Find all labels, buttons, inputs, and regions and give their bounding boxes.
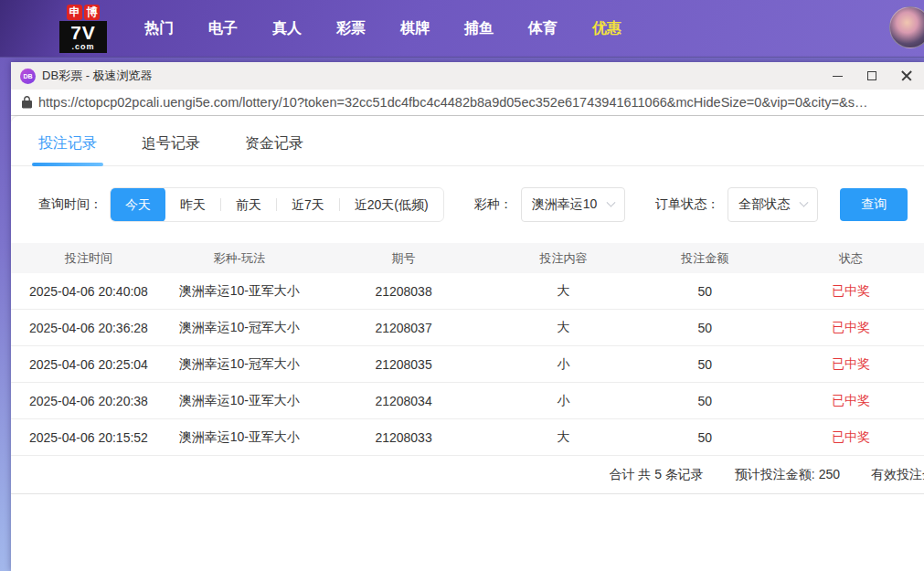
nav-item-hot[interactable]: 热门 [127,0,191,57]
header-bet-content: 投注内容 [494,250,632,267]
summary-expected-amount: 预计投注金额: 250 [735,467,840,483]
cell-bet-time: 2025-04-06 20:20:38 [11,394,166,408]
status-badge: 已中奖 [778,393,924,409]
site-logo[interactable]: 申 博 7V .com [59,5,107,53]
status-badge: 已中奖 [778,429,924,446]
logo-badge-shen: 申 [67,5,82,20]
nav-item-electronic[interactable]: 电子 [191,0,255,57]
nav-item-fishing[interactable]: 捕鱼 [447,0,511,57]
header-game-play: 彩种-玩法 [166,250,313,267]
page-content: 投注记录 追号记录 资金记录 查询时间： 今天 昨天 前天 近7天 近20天(低… [11,116,924,571]
chevron-down-icon [607,197,616,206]
cell-bet-content: 大 [494,320,632,336]
cell-bet-time: 2025-04-06 20:25:04 [11,357,166,372]
minimize-button[interactable] [820,62,855,90]
status-select[interactable]: 全部状态 [728,187,818,222]
status-badge: 已中奖 [778,283,924,300]
time-option-today[interactable]: 今天 [111,187,165,222]
cell-period: 21208034 [313,394,495,408]
maximize-button[interactable] [855,62,889,90]
cell-bet-time: 2025-04-06 20:15:52 [11,430,166,445]
url-bar: https://ctopcp02pcali.uengi5e.com/lotter… [11,90,924,116]
url-input[interactable]: https://ctopcp02pcali.uengi5e.com/lotter… [38,95,917,110]
lock-icon [22,96,32,109]
cell-game-play: 澳洲幸运10-冠军大小 [166,320,313,336]
nav-item-live[interactable]: 真人 [255,0,319,57]
browser-window: DB DB彩票 - 极速浏览器 https://ctopcp02pcali.ue… [11,62,924,571]
header-status: 状态 [778,250,924,267]
summary-total: 合计 共 5 条记录 [609,467,703,483]
logo-badge-bo: 博 [84,5,100,20]
time-option-yesterday[interactable]: 昨天 [165,187,220,222]
time-range-group: 今天 昨天 前天 近7天 近20天(低频) [110,187,444,222]
close-icon [901,70,912,81]
cell-game-play: 澳洲幸运10-亚军大小 [166,283,313,300]
table-row: 2025-04-06 20:40:08 澳洲幸运10-亚军大小 21208038… [11,273,924,310]
time-option-20days[interactable]: 近20天(低频) [340,187,443,222]
logo-badges: 申 博 [59,5,107,20]
cell-game-play: 澳洲幸运10-亚军大小 [166,393,313,409]
close-button[interactable] [889,62,924,90]
header-period: 期号 [313,250,495,267]
lottery-select[interactable]: 澳洲幸运10 [521,187,626,222]
status-select-value: 全部状态 [738,196,790,213]
window-titlebar: DB DB彩票 - 极速浏览器 [11,62,924,90]
tab-bet-records[interactable]: 投注记录 [38,134,97,165]
nav-item-promo[interactable]: 优惠 [575,0,639,57]
cell-bet-amount: 50 [632,430,778,445]
filter-bar: 查询时间： 今天 昨天 前天 近7天 近20天(低频) 彩种： 澳洲幸运10 订… [38,187,924,222]
window-controls [820,62,924,90]
time-filter-label: 查询时间： [38,196,102,213]
top-nav: 申 博 7V .com 热门 电子 真人 彩票 棋牌 捕鱼 体育 优惠 [0,0,924,57]
nav-item-lottery[interactable]: 彩票 [319,0,383,57]
table-row: 2025-04-06 20:25:04 澳洲幸运10-冠军大小 21208035… [11,346,924,383]
cell-bet-time: 2025-04-06 20:36:28 [11,321,166,335]
cell-bet-amount: 50 [632,321,778,335]
table-row: 2025-04-06 20:15:52 澳洲幸运10-亚军大小 21208033… [11,419,924,456]
cell-period: 21208035 [313,357,495,372]
user-avatar[interactable] [889,6,924,48]
table-row: 2025-04-06 20:36:28 澳洲幸运10-冠军大小 21208037… [11,310,924,346]
summary-row: 合计 共 5 条记录 预计投注金额: 250 有效投注金额 [11,456,924,494]
cell-game-play: 澳洲幸运10-冠军大小 [166,356,313,373]
chevron-down-icon [800,197,809,206]
minimize-icon [833,76,843,77]
status-badge: 已中奖 [778,356,924,373]
empty-area [11,494,924,571]
lottery-select-value: 澳洲幸运10 [532,196,598,213]
cell-bet-content: 小 [494,393,632,409]
nav-item-board-games[interactable]: 棋牌 [383,0,447,57]
cell-bet-time: 2025-04-06 20:40:08 [11,284,166,299]
window-title: DB彩票 - 极速浏览器 [42,68,153,84]
tab-chase-records[interactable]: 追号记录 [142,134,200,165]
cell-bet-amount: 50 [632,357,778,372]
summary-valid-amount: 有效投注金额 [871,467,924,483]
logo-suffix-text: .com [59,42,107,53]
table-row: 2025-04-06 20:20:38 澳洲幸运10-亚军大小 21208034… [11,383,924,419]
lottery-filter-label: 彩种： [474,196,513,213]
tab-fund-records[interactable]: 资金记录 [245,134,303,165]
cell-game-play: 澳洲幸运10-亚军大小 [166,429,313,446]
cell-bet-content: 大 [494,429,632,446]
status-badge: 已中奖 [778,320,924,336]
cell-period: 21208033 [313,430,495,445]
logo-main-text: 7V [59,21,107,42]
time-option-7days[interactable]: 近7天 [277,187,339,222]
header-bet-time: 投注时间 [11,250,166,267]
cell-bet-amount: 50 [632,284,778,299]
main-menu: 热门 电子 真人 彩票 棋牌 捕鱼 体育 优惠 [127,0,639,57]
nav-item-sports[interactable]: 体育 [511,0,575,57]
cell-bet-amount: 50 [632,394,778,408]
record-tabs: 投注记录 追号记录 资金记录 [11,116,924,166]
status-filter-label: 订单状态： [655,196,719,213]
header-bet-amount: 投注金额 [632,250,778,267]
time-option-day-before[interactable]: 前天 [221,187,276,222]
bet-records-table: 投注时间 彩种-玩法 期号 投注内容 投注金额 状态 2025-04-06 20… [11,243,924,456]
cell-bet-content: 大 [494,283,632,300]
cell-period: 21208037 [313,321,495,335]
cell-period: 21208038 [313,284,495,299]
table-header-row: 投注时间 彩种-玩法 期号 投注内容 投注金额 状态 [11,243,924,273]
query-button[interactable]: 查询 [840,188,908,221]
cell-bet-content: 小 [494,356,632,373]
app-icon: DB [20,69,36,84]
